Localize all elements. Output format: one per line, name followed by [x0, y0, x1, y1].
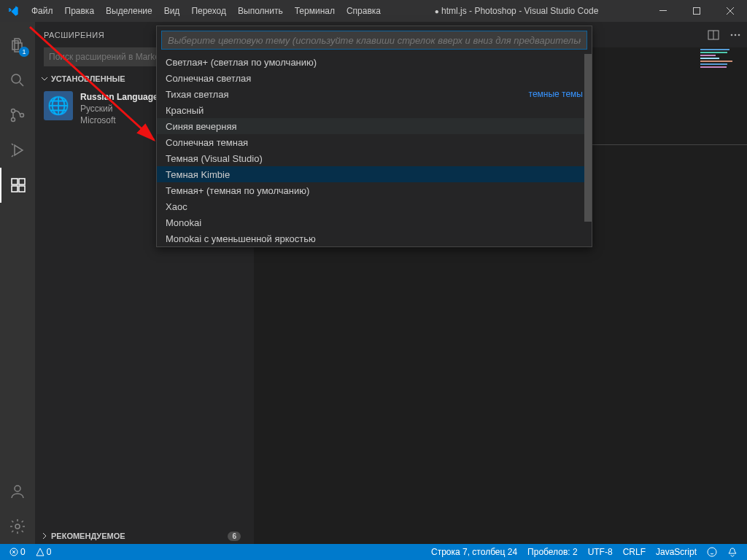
menu-help[interactable]: Справка: [341, 0, 387, 22]
svg-rect-8: [19, 179, 25, 184]
status-bar: 0 0 Строка 7, столбец 24 Пробелов: 2 UTF…: [0, 544, 747, 560]
status-line-col[interactable]: Строка 7, столбец 24: [427, 544, 521, 560]
theme-option[interactable]: Темная+ (темная по умолчанию): [157, 182, 592, 198]
status-warnings[interactable]: 0: [32, 544, 55, 560]
svg-point-14: [731, 34, 733, 36]
more-actions-icon[interactable]: [729, 29, 741, 41]
menu-selection[interactable]: Выделение: [100, 0, 158, 22]
status-bell[interactable]: [724, 544, 741, 560]
svg-point-12: [15, 524, 20, 529]
svg-point-16: [738, 34, 740, 36]
svg-rect-10: [19, 186, 25, 192]
split-editor-icon[interactable]: [708, 29, 719, 41]
activity-settings[interactable]: [0, 509, 35, 544]
extension-icon: 🌐: [44, 91, 73, 120]
theme-option[interactable]: Светлая+ (светлая по умолчанию): [157, 54, 592, 70]
chevron-right-icon: [41, 532, 48, 540]
bell-icon: [727, 547, 738, 557]
quickpick-list: Светлая+ (светлая по умолчанию)Солнечная…: [157, 54, 592, 246]
svg-point-18: [708, 548, 716, 556]
menu-terminal[interactable]: Терминал: [289, 0, 341, 22]
svg-point-11: [15, 486, 20, 491]
status-spaces[interactable]: Пробелов: 2: [524, 544, 581, 560]
theme-option[interactable]: Monokai с уменьшенной яркостью: [157, 230, 592, 246]
quickpick-scrollbar[interactable]: [584, 54, 592, 246]
menu-run[interactable]: Выполнить: [232, 0, 289, 22]
svg-rect-2: [12, 41, 18, 50]
recommended-section-header[interactable]: РЕКОМЕНДУЕМОЕ 6: [35, 528, 254, 544]
close-button[interactable]: [713, 0, 747, 22]
window-title: ● html.js - Photoshop - Visual Studio Co…: [387, 6, 646, 16]
menu-edit[interactable]: Правка: [59, 0, 101, 22]
svg-rect-9: [12, 186, 18, 192]
modified-dot-icon: ●: [435, 7, 439, 15]
activity-extensions[interactable]: [0, 168, 35, 203]
menu-bar: Файл Правка Выделение Вид Переход Выполн…: [26, 0, 387, 22]
status-language[interactable]: JavaScript: [652, 544, 700, 560]
theme-option[interactable]: Синяя вечерняя: [157, 118, 592, 134]
status-eol[interactable]: CRLF: [619, 544, 649, 560]
activity-bar: 1: [0, 22, 35, 544]
status-errors[interactable]: 0: [6, 544, 29, 560]
theme-option[interactable]: Темная (Visual Studio): [157, 150, 592, 166]
recommended-count-badge: 6: [228, 532, 241, 541]
maximize-button[interactable]: [680, 0, 713, 22]
activity-search[interactable]: [0, 63, 35, 98]
chevron-down-icon: [41, 75, 48, 82]
color-theme-picker: Светлая+ (светлая по умолчанию)Солнечная…: [156, 26, 592, 247]
theme-option[interactable]: Тихая светлаятемные темы: [157, 86, 592, 102]
menu-go[interactable]: Переход: [185, 0, 232, 22]
quickpick-input[interactable]: [161, 31, 587, 50]
theme-option[interactable]: Красный: [157, 102, 592, 118]
activity-debug[interactable]: [0, 133, 35, 168]
menu-view[interactable]: Вид: [158, 0, 186, 22]
status-encoding[interactable]: UTF-8: [584, 544, 616, 560]
titlebar: Файл Правка Выделение Вид Переход Выполн…: [0, 0, 747, 22]
svg-point-3: [12, 74, 20, 83]
explorer-badge: 1: [19, 47, 29, 57]
app-icon: [0, 5, 26, 17]
svg-point-5: [12, 118, 15, 122]
activity-explorer[interactable]: 1: [0, 28, 35, 63]
feedback-icon: [707, 547, 717, 557]
group-label: темные темы: [529, 89, 583, 99]
theme-option[interactable]: Monokai: [157, 214, 592, 230]
svg-point-6: [20, 114, 24, 117]
theme-option[interactable]: Хаос: [157, 198, 592, 214]
svg-rect-1: [694, 8, 700, 15]
status-feedback[interactable]: [703, 544, 721, 560]
svg-rect-0: [659, 10, 667, 11]
svg-rect-7: [12, 179, 18, 184]
menu-file[interactable]: Файл: [26, 0, 59, 22]
svg-point-15: [735, 34, 737, 36]
activity-account[interactable]: [0, 474, 35, 509]
warning-icon: [36, 548, 44, 556]
window-controls: [646, 0, 747, 22]
activity-scm[interactable]: [0, 98, 35, 133]
minimize-button[interactable]: [646, 0, 680, 22]
theme-option[interactable]: Темная Kimbie: [157, 166, 592, 182]
theme-option[interactable]: Солнечная светлая: [157, 70, 592, 86]
svg-point-4: [12, 109, 15, 113]
minimap[interactable]: [696, 47, 747, 135]
error-icon: [9, 548, 18, 556]
theme-option[interactable]: Солнечная темная: [157, 134, 592, 150]
